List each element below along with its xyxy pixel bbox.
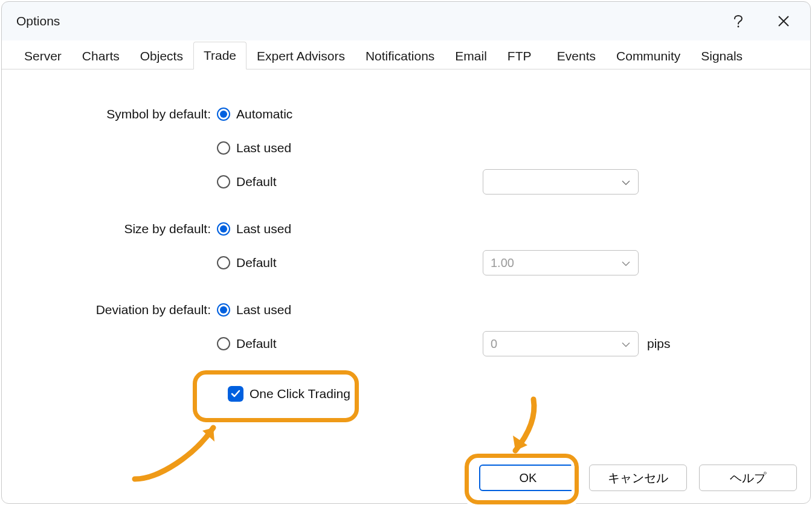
tab-charts[interactable]: Charts (72, 42, 130, 69)
chevron-down-icon (621, 175, 631, 189)
dialog-footer: OK キャンセル ヘルプ (479, 465, 797, 491)
tab-expert-advisors[interactable]: Expert Advisors (246, 42, 355, 69)
help-icon[interactable] (724, 7, 753, 36)
deviation-suffix: pips (647, 336, 671, 351)
checkbox-checked-icon (228, 386, 243, 402)
tab-objects[interactable]: Objects (130, 42, 193, 69)
deviation-radio-last-used[interactable] (217, 303, 230, 317)
symbol-radio-automatic[interactable] (217, 108, 230, 121)
tab-notifications[interactable]: Notifications (355, 42, 445, 69)
tab-signals[interactable]: Signals (691, 42, 753, 69)
options-dialog: Options Server Charts Objects Trade Expe… (1, 1, 811, 504)
symbol-default-combo[interactable] (483, 169, 639, 195)
help-button[interactable]: ヘルプ (699, 465, 797, 491)
size-radio-default[interactable] (217, 256, 230, 269)
size-default-combo[interactable]: 1.00 (483, 250, 639, 275)
tab-email[interactable]: Email (445, 42, 497, 69)
size-radio-default-label: Default (236, 256, 277, 270)
size-radio-last-used[interactable] (217, 222, 230, 236)
close-icon[interactable] (769, 7, 798, 36)
one-click-trading-label: One Click Trading (250, 387, 350, 401)
symbol-radio-last-used-label: Last used (236, 141, 291, 155)
cancel-button[interactable]: キャンセル (589, 465, 687, 491)
symbol-radio-default-label: Default (236, 175, 277, 189)
size-radio-last-used-label: Last used (236, 222, 291, 236)
chevron-down-icon (621, 337, 631, 351)
deviation-radio-last-used-label: Last used (236, 303, 291, 317)
deviation-radio-default[interactable] (217, 337, 230, 350)
tab-row: Server Charts Objects Trade Expert Advis… (2, 40, 810, 69)
symbol-radio-default[interactable] (217, 175, 230, 188)
deviation-radio-default-label: Default (236, 336, 277, 351)
tab-content-trade: Symbol by default: Automatic Last used D… (2, 69, 810, 503)
chevron-down-icon (621, 256, 631, 270)
size-default-label: Size by default: (19, 222, 217, 236)
titlebar: Options (2, 2, 810, 40)
one-click-trading-option[interactable]: One Click Trading (217, 380, 361, 408)
tab-events[interactable]: Events (547, 42, 606, 69)
window-title: Options (16, 14, 724, 28)
symbol-default-label: Symbol by default: (19, 107, 217, 121)
tab-server[interactable]: Server (14, 42, 72, 69)
tab-trade[interactable]: Trade (193, 42, 246, 69)
svg-point-0 (738, 26, 740, 28)
tab-community[interactable]: Community (606, 42, 691, 69)
symbol-radio-last-used[interactable] (217, 141, 230, 155)
deviation-default-label: Deviation by default: (19, 303, 217, 317)
ok-button[interactable]: OK (479, 465, 577, 491)
tab-ftp[interactable]: FTP (497, 42, 547, 69)
deviation-default-combo[interactable]: 0 (483, 331, 639, 356)
symbol-radio-automatic-label: Automatic (236, 107, 292, 121)
